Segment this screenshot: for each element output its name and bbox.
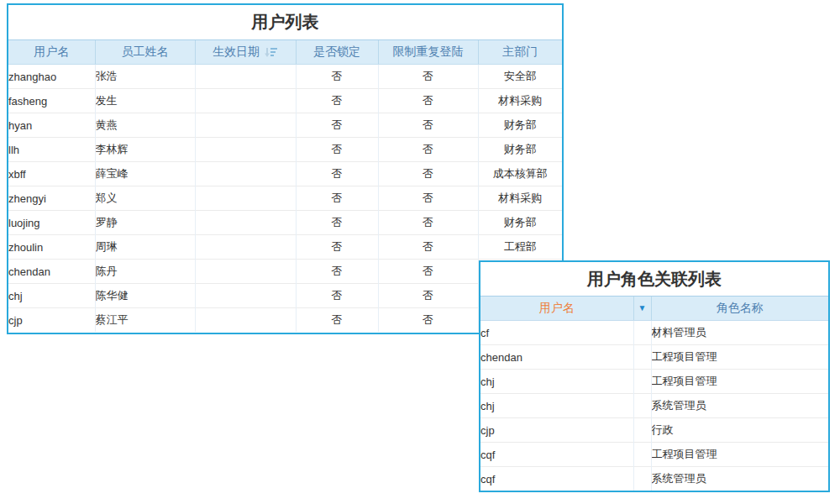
cell-role-username: chendan bbox=[480, 345, 633, 370]
col-header-effective-date[interactable]: 生效日期 bbox=[195, 40, 296, 65]
cell-role-name: 系统管理员 bbox=[651, 394, 828, 418]
cell-role-username: chj bbox=[480, 370, 633, 394]
cell-username: llh bbox=[8, 138, 95, 162]
table-row[interactable]: luojing 罗静 否 否 财务部 bbox=[8, 211, 562, 235]
table-row[interactable]: chj 系统管理员 bbox=[480, 394, 828, 418]
cell-restrict-relogin: 否 bbox=[378, 89, 478, 113]
table-row[interactable]: xbff 薛宝峰 否 否 成本核算部 bbox=[8, 162, 562, 186]
cell-username: zhanghao bbox=[8, 65, 95, 89]
cell-username: cjp bbox=[8, 308, 95, 333]
cell-filter-spacer bbox=[633, 418, 651, 443]
cell-employee-name: 蔡江平 bbox=[95, 308, 195, 333]
blank-date-value bbox=[214, 189, 273, 207]
sort-descending-icon bbox=[264, 47, 278, 58]
cell-username: chj bbox=[8, 284, 95, 308]
cell-employee-name: 李林辉 bbox=[95, 138, 195, 162]
cell-filter-spacer bbox=[633, 321, 651, 345]
table-row[interactable]: cqf 工程项目管理 bbox=[480, 443, 828, 467]
cell-effective-date bbox=[195, 138, 296, 162]
cell-effective-date bbox=[195, 186, 296, 211]
cell-department: 工程部 bbox=[478, 235, 562, 260]
cell-restrict-relogin: 否 bbox=[378, 113, 478, 138]
user-role-relation-title: 用户角色关联列表 bbox=[480, 262, 828, 296]
cell-locked: 否 bbox=[296, 138, 378, 162]
cell-restrict-relogin: 否 bbox=[378, 65, 478, 89]
col-header-effective-date-label: 生效日期 bbox=[213, 45, 260, 60]
user-list-title: 用户列表 bbox=[8, 5, 562, 39]
user-table-header-row: 用户名 员工姓名 生效日期 是否锁定 限制重复 bbox=[8, 40, 562, 65]
cell-restrict-relogin: 否 bbox=[378, 284, 478, 308]
col-header-filter-cell[interactable]: ▼ bbox=[633, 297, 651, 321]
cell-department: 材料采购 bbox=[478, 89, 562, 113]
cell-role-name: 材料管理员 bbox=[651, 321, 828, 345]
blank-date-value bbox=[214, 238, 273, 256]
table-row[interactable]: zhanghao 张浩 否 否 安全部 bbox=[8, 65, 562, 89]
blank-date-value bbox=[214, 92, 273, 110]
cell-locked: 否 bbox=[296, 235, 378, 260]
col-header-username[interactable]: 用户名 bbox=[8, 40, 95, 65]
cell-locked: 否 bbox=[296, 186, 378, 211]
cell-locked: 否 bbox=[296, 260, 378, 284]
cell-restrict-relogin: 否 bbox=[378, 308, 478, 333]
blank-date-value bbox=[214, 213, 273, 232]
col-header-role-name[interactable]: 角色名称 bbox=[651, 297, 828, 321]
table-row[interactable]: hyan 黄燕 否 否 财务部 bbox=[8, 113, 562, 138]
col-header-employee-name[interactable]: 员工姓名 bbox=[95, 40, 195, 65]
table-row[interactable]: zhoulin 周琳 否 否 工程部 bbox=[8, 235, 562, 260]
user-role-relation-panel: 用户角色关联列表 用户名 ▼ 角色名称 cf 材料管理员 chendan bbox=[479, 260, 830, 492]
col-header-restrict-relogin[interactable]: 限制重复登陆 bbox=[378, 40, 478, 65]
cell-filter-spacer bbox=[633, 370, 651, 394]
cell-locked: 否 bbox=[296, 308, 378, 333]
table-row[interactable]: chj 工程项目管理 bbox=[480, 370, 828, 394]
cell-employee-name: 周琳 bbox=[95, 235, 195, 260]
cell-effective-date bbox=[195, 89, 296, 113]
col-header-department[interactable]: 主部门 bbox=[478, 40, 562, 65]
cell-role-username: cjp bbox=[480, 418, 633, 443]
cell-employee-name: 陈华健 bbox=[95, 284, 195, 308]
cell-role-username: cqf bbox=[480, 467, 633, 491]
cell-role-username: cqf bbox=[480, 443, 633, 467]
cell-restrict-relogin: 否 bbox=[378, 211, 478, 235]
cell-username: chendan bbox=[8, 260, 95, 284]
blank-date-value bbox=[214, 116, 273, 134]
cell-employee-name: 郑义 bbox=[95, 186, 195, 211]
table-row[interactable]: chendan 工程项目管理 bbox=[480, 345, 828, 370]
cell-role-name: 工程项目管理 bbox=[651, 345, 828, 370]
table-row[interactable]: cqf 系统管理员 bbox=[480, 467, 828, 491]
cell-employee-name: 发生 bbox=[95, 89, 195, 113]
cell-locked: 否 bbox=[296, 89, 378, 113]
table-row[interactable]: cf 材料管理员 bbox=[480, 321, 828, 345]
cell-department: 材料采购 bbox=[478, 186, 562, 211]
cell-restrict-relogin: 否 bbox=[378, 235, 478, 260]
cell-locked: 否 bbox=[296, 211, 378, 235]
cell-username: hyan bbox=[8, 113, 95, 138]
cell-locked: 否 bbox=[296, 162, 378, 186]
filter-dropdown-icon[interactable]: ▼ bbox=[634, 297, 651, 320]
table-row[interactable]: zhengyi 郑义 否 否 材料采购 bbox=[8, 186, 562, 211]
cell-department: 财务部 bbox=[478, 211, 562, 235]
cell-filter-spacer bbox=[633, 443, 651, 467]
col-header-locked[interactable]: 是否锁定 bbox=[296, 40, 378, 65]
cell-filter-spacer bbox=[633, 394, 651, 418]
cell-role-username: chj bbox=[480, 394, 633, 418]
cell-effective-date bbox=[195, 284, 296, 308]
cell-username: fasheng bbox=[8, 89, 95, 113]
cell-username: xbff bbox=[8, 162, 95, 186]
blank-date-value bbox=[214, 67, 273, 86]
cell-effective-date bbox=[195, 235, 296, 260]
cell-restrict-relogin: 否 bbox=[378, 186, 478, 211]
cell-username: zhoulin bbox=[8, 235, 95, 260]
cell-restrict-relogin: 否 bbox=[378, 260, 478, 284]
table-row[interactable]: cjp 行政 bbox=[480, 418, 828, 443]
cell-effective-date bbox=[195, 308, 296, 333]
cell-role-username: cf bbox=[480, 321, 633, 345]
blank-date-value bbox=[214, 140, 273, 159]
table-row[interactable]: llh 李林辉 否 否 财务部 bbox=[8, 138, 562, 162]
table-row[interactable]: fasheng 发生 否 否 材料采购 bbox=[8, 89, 562, 113]
blank-date-value bbox=[214, 311, 273, 329]
col-header-role-username[interactable]: 用户名 bbox=[480, 297, 633, 321]
cell-employee-name: 罗静 bbox=[95, 211, 195, 235]
cell-employee-name: 张浩 bbox=[95, 65, 195, 89]
blank-date-value bbox=[214, 286, 273, 305]
cell-employee-name: 黄燕 bbox=[95, 113, 195, 138]
